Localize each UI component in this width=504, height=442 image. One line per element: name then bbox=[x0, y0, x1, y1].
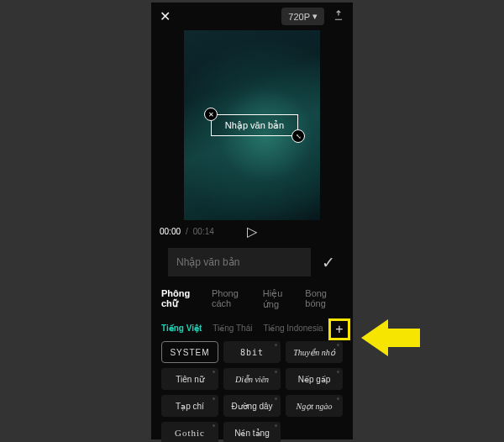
play-button[interactable]: ▷ bbox=[247, 224, 257, 239]
font-nen-tang[interactable]: Nền tảng bbox=[223, 422, 281, 442]
font-duong-day[interactable]: Đường dây bbox=[223, 395, 281, 417]
tab-effect[interactable]: Hiệu ứng bbox=[263, 288, 295, 310]
text-overlay-box[interactable]: Nhập văn bản ✕ ⤡ bbox=[211, 114, 298, 136]
resolution-label: 720P bbox=[288, 12, 310, 22]
font-thuyen-nho[interactable]: Thuyền nhỏ bbox=[286, 341, 343, 363]
dot-icon bbox=[275, 371, 277, 373]
dot-icon bbox=[275, 344, 277, 346]
app-screen: ✕ 720P ▾ Nhập văn bản ✕ ⤡ 00:00 / 00:14 bbox=[151, 3, 353, 439]
playback-bar: 00:00 / 00:14 ▷ bbox=[151, 220, 353, 243]
add-font-button[interactable]: + bbox=[328, 318, 350, 340]
resize-handle[interactable]: ⤡ bbox=[291, 129, 305, 143]
font-dien-vien[interactable]: Diễn viên bbox=[223, 368, 281, 390]
export-icon[interactable] bbox=[333, 9, 344, 24]
tab-bubble[interactable]: Bong bóng bbox=[305, 288, 343, 310]
lang-vietnamese[interactable]: Tiếng Việt bbox=[161, 324, 202, 333]
confirm-button[interactable]: ✓ bbox=[311, 253, 346, 272]
dot-icon bbox=[213, 397, 215, 400]
language-tabs: Tiếng Việt Tiếng Thái Tiếng Indonesia Ti… bbox=[151, 318, 353, 341]
dot-icon bbox=[337, 371, 339, 373]
font-ngot-ngao[interactable]: Ngọt ngào bbox=[286, 395, 343, 417]
tab-style[interactable]: Phong cách bbox=[212, 288, 253, 310]
time-separator: / bbox=[186, 227, 188, 236]
font-system[interactable]: SYSTEM bbox=[161, 341, 218, 363]
style-tabs: Phông chữ Phong cách Hiệu ứng Bong bóng bbox=[151, 282, 353, 318]
dot-icon bbox=[275, 397, 277, 400]
dot-icon bbox=[337, 344, 339, 346]
close-button[interactable]: ✕ bbox=[160, 8, 171, 24]
time-current: 00:00 bbox=[160, 227, 181, 236]
arrow-head-icon bbox=[361, 319, 388, 356]
lang-indonesia[interactable]: Tiếng Indonesia bbox=[263, 324, 323, 333]
chevron-down-icon: ▾ bbox=[312, 11, 318, 22]
video-frame: Nhập văn bản ✕ ⤡ bbox=[184, 30, 320, 220]
arrow-body bbox=[386, 329, 420, 347]
top-right-controls: 720P ▾ bbox=[281, 8, 344, 25]
dot-icon bbox=[213, 424, 215, 427]
font-grid: SYSTEM 8bit Thuyền nhỏ Tiên nữ Diễn viên… bbox=[151, 341, 353, 442]
font-tap-chi[interactable]: Tạp chí bbox=[161, 395, 218, 417]
lang-thai[interactable]: Tiếng Thái bbox=[213, 324, 252, 333]
dot-icon bbox=[275, 424, 277, 427]
time-total: 00:14 bbox=[193, 227, 214, 236]
font-nep-gap[interactable]: Nếp gấp bbox=[286, 368, 343, 390]
tab-font[interactable]: Phông chữ bbox=[161, 288, 202, 310]
text-input-row: ✓ bbox=[160, 248, 344, 276]
dot-icon bbox=[337, 397, 339, 400]
text-input[interactable] bbox=[168, 248, 311, 276]
annotation-arrow bbox=[361, 319, 420, 355]
font-8bit[interactable]: 8bit bbox=[223, 341, 281, 363]
font-gothic[interactable]: Gothic bbox=[161, 422, 218, 442]
delete-handle[interactable]: ✕ bbox=[204, 108, 218, 121]
resolution-selector[interactable]: 720P ▾ bbox=[281, 8, 324, 25]
overlay-text: Nhập văn bản bbox=[225, 120, 284, 131]
top-bar: ✕ 720P ▾ bbox=[151, 3, 353, 30]
video-preview[interactable]: Nhập văn bản ✕ ⤡ bbox=[151, 30, 353, 220]
font-tien-nu[interactable]: Tiên nữ bbox=[161, 368, 218, 390]
dot-icon bbox=[213, 371, 215, 373]
